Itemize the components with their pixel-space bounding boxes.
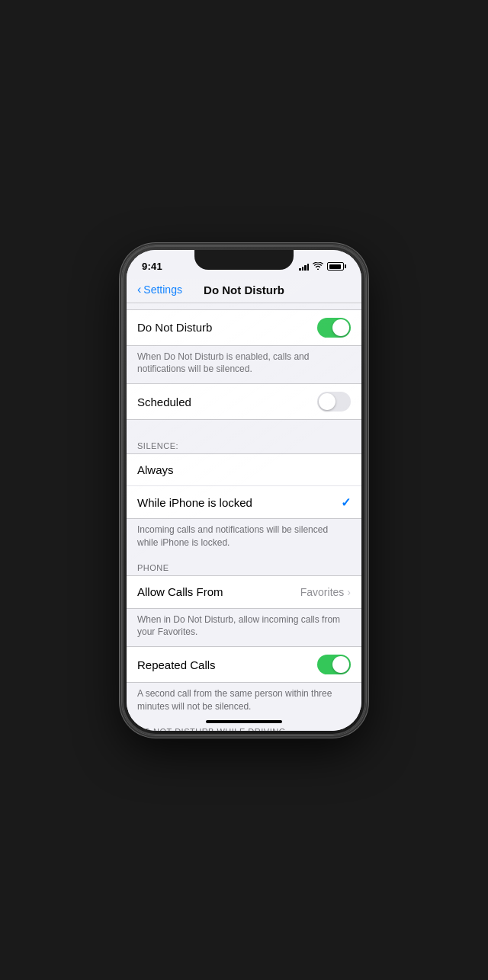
toggle-knob	[319, 393, 336, 410]
scheduled-group: Scheduled	[127, 383, 361, 420]
repeated-calls-toggle[interactable]	[317, 655, 351, 674]
back-chevron-icon: ‹	[137, 283, 141, 296]
repeated-calls-group: Repeated Calls	[127, 646, 361, 683]
chevron-right-icon: ›	[347, 586, 351, 598]
back-button[interactable]: ‹ Settings	[137, 283, 182, 296]
silence-always-row[interactable]: Always ✓	[127, 454, 361, 486]
phone-frame: 9:41	[122, 245, 366, 735]
page-title: Do Not Disturb	[204, 283, 284, 296]
allow-calls-description: When in Do Not Disturb, allow incoming c…	[127, 609, 361, 647]
screen: 9:41	[127, 250, 361, 731]
battery-icon	[327, 262, 346, 271]
settings-content: Do Not Disturb When Do Not Disturb is en…	[127, 303, 361, 731]
toggle-knob	[332, 656, 349, 673]
allow-calls-from-label: Allow Calls From	[137, 585, 223, 598]
phone-header: PHONE	[127, 557, 361, 575]
navigation-bar: ‹ Settings Do Not Disturb	[127, 279, 361, 303]
back-label: Settings	[143, 283, 182, 296]
signal-icon	[299, 263, 309, 271]
allow-calls-from-value: Favorites	[300, 586, 345, 598]
top-spacer	[127, 303, 361, 309]
scheduled-row: Scheduled	[127, 384, 361, 419]
wifi-icon	[313, 262, 323, 271]
status-icons	[299, 262, 346, 271]
silence-always-label: Always	[137, 463, 174, 476]
repeated-calls-label: Repeated Calls	[137, 658, 216, 671]
scheduled-toggle[interactable]	[317, 392, 351, 412]
toggle-knob	[332, 319, 349, 336]
do-not-disturb-toggle[interactable]	[317, 318, 351, 338]
silence-locked-check: ✓	[341, 495, 351, 510]
repeated-calls-description: A second call from the same person withi…	[127, 683, 361, 721]
do-not-disturb-group: Do Not Disturb	[127, 309, 361, 346]
home-indicator	[206, 720, 282, 723]
notch	[194, 250, 294, 270]
silence-description: Incoming calls and notifications will be…	[127, 519, 361, 557]
repeated-calls-row: Repeated Calls	[127, 647, 361, 682]
allow-calls-from-value-group: Favorites ›	[300, 586, 351, 598]
scheduled-label: Scheduled	[137, 396, 191, 408]
silence-locked-label: While iPhone is locked	[137, 496, 252, 509]
do-not-disturb-row: Do Not Disturb	[127, 310, 361, 345]
allow-calls-from-row[interactable]: Allow Calls From Favorites ›	[127, 576, 361, 608]
silence-locked-row[interactable]: While iPhone is locked ✓	[127, 486, 361, 518]
silence-group: Always ✓ While iPhone is locked ✓	[127, 453, 361, 519]
phone-group: Allow Calls From Favorites ›	[127, 575, 361, 609]
status-time: 9:41	[142, 261, 162, 272]
silence-header: SILENCE:	[127, 435, 361, 453]
do-not-disturb-label: Do Not Disturb	[137, 321, 212, 334]
do-not-disturb-description: When Do Not Disturb is enabled, calls an…	[127, 346, 361, 384]
spacer-1	[127, 420, 361, 435]
